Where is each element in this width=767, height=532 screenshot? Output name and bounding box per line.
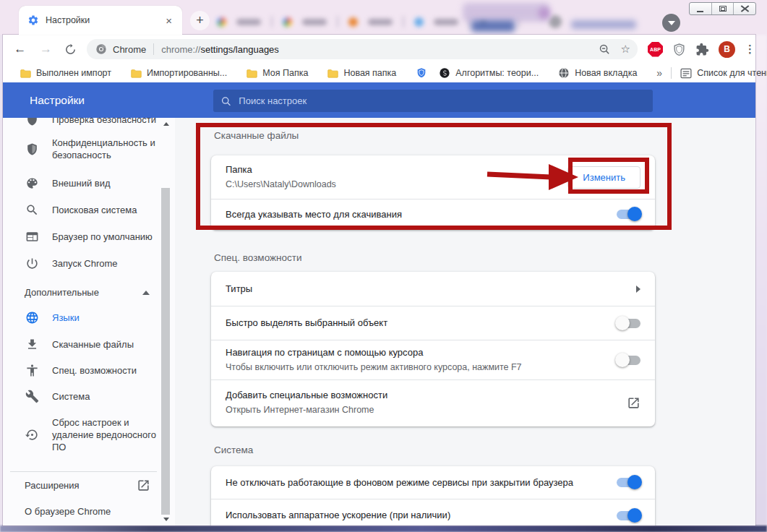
chrome-logo-icon xyxy=(95,43,107,55)
browser-tab-settings[interactable]: Настройки × xyxy=(19,6,182,35)
maximize-button[interactable] xyxy=(711,3,734,14)
caret-browsing-row: Навигация по страницам с помощью курсора… xyxy=(211,340,655,379)
browser-window-icon xyxy=(25,230,39,244)
tab-close-icon[interactable]: × xyxy=(163,14,175,27)
sidebar-scroll-up-icon[interactable] xyxy=(163,122,169,126)
folder-icon xyxy=(327,69,338,78)
blue-shield-icon xyxy=(416,67,427,79)
settings-sidebar: Проверка безопасности Конфиденциальность… xyxy=(3,118,175,525)
globe-favicon-icon xyxy=(558,67,570,79)
adblock-extension-icon[interactable]: ABP xyxy=(648,42,663,57)
sidebar-item-privacy[interactable]: Конфиденциальность и безопасность xyxy=(3,130,158,168)
new-tab-button[interactable]: + xyxy=(190,11,210,30)
minimize-icon xyxy=(697,11,703,12)
dark-circle-icon xyxy=(439,67,450,79)
sidebar-advanced-toggle[interactable]: Дополнительные xyxy=(3,279,158,306)
browser-window: ← → Chrome chrome:// settings/languages … xyxy=(3,35,755,525)
settings-header: Настройки xyxy=(3,82,755,118)
background-apps-toggle[interactable] xyxy=(617,478,640,487)
sidebar-scroll-down-icon[interactable] xyxy=(163,518,169,521)
sidebar-item-about[interactable]: О браузере Chrome xyxy=(3,498,158,525)
settings-search-box[interactable] xyxy=(213,90,653,112)
shield-check-icon xyxy=(25,118,39,126)
browser-menu-icon[interactable]: ⋮ xyxy=(745,43,755,56)
sidebar-item-languages[interactable]: Языки xyxy=(3,304,158,331)
background-edge-blur xyxy=(755,35,767,525)
hardware-acceleration-toggle[interactable] xyxy=(617,511,640,520)
quick-highlight-toggle[interactable] xyxy=(617,319,640,328)
sidebar-item-accessibility[interactable]: Спец. возможности xyxy=(3,357,158,384)
wrench-icon xyxy=(25,390,39,403)
reading-list-button[interactable]: Список для чтения xyxy=(680,68,767,79)
reading-list-icon xyxy=(680,68,692,79)
shield-icon xyxy=(25,142,39,156)
browser-toolbar: ← → Chrome chrome:// settings/languages … xyxy=(3,35,755,64)
bookmarks-bar: Выполнен импорт Импортированны... Моя Па… xyxy=(3,64,755,82)
sidebar-item-extensions[interactable]: Расширения xyxy=(3,472,158,499)
background-apps-row: Не отключать работающие в фоновом режиме… xyxy=(211,466,655,499)
add-accessibility-row[interactable]: Добавить специальные возможности Открыть… xyxy=(211,379,655,425)
folder-icon xyxy=(20,69,31,78)
sidebar-item-downloads[interactable]: Скачанные файлы xyxy=(3,331,158,358)
sidebar-item-reset[interactable]: Сброс настроек и удаление вредоносного П… xyxy=(3,411,158,458)
captions-row[interactable]: Титры xyxy=(211,272,655,306)
sidebar-item-startup[interactable]: Запуск Chrome xyxy=(3,250,158,277)
extensions-puzzle-icon[interactable] xyxy=(695,43,709,56)
window-controls xyxy=(689,2,756,15)
gear-icon xyxy=(27,14,39,26)
background-taskbar-blur xyxy=(0,525,767,532)
tab-search-button[interactable] xyxy=(662,14,680,32)
external-link-icon xyxy=(627,396,640,410)
bookmark-folder[interactable]: Новая папка xyxy=(327,68,396,78)
minimize-button[interactable] xyxy=(690,3,711,14)
extensions-area: ABP B ⋮ xyxy=(648,41,755,58)
bookmark-new-tab[interactable]: Новая вкладка xyxy=(558,67,637,79)
bookmarks-overflow-icon[interactable]: » xyxy=(656,67,662,79)
search-icon xyxy=(25,203,39,217)
caret-browsing-toggle[interactable] xyxy=(617,356,640,365)
sidebar-item-search-engine[interactable]: Поисковая система xyxy=(3,197,158,223)
sidebar-scrollbar-thumb[interactable] xyxy=(161,188,170,515)
system-card: Не отключать работающие в фоновом режиме… xyxy=(211,466,655,525)
url-scheme: chrome:// xyxy=(161,44,200,55)
bookmark-folder[interactable]: Выполнен импорт xyxy=(20,68,111,78)
folder-icon xyxy=(247,69,257,78)
bookmark-shield[interactable] xyxy=(416,67,427,79)
quick-highlight-row: Быстро выделять выбранный объект xyxy=(211,306,655,340)
power-icon xyxy=(25,257,39,270)
settings-title: Настройки xyxy=(30,94,85,107)
reload-button[interactable] xyxy=(59,43,81,56)
sidebar-item-system[interactable]: Система xyxy=(3,383,158,410)
search-icon xyxy=(220,95,231,107)
chevron-right-icon xyxy=(636,286,640,293)
sidebar-item-default-browser[interactable]: Браузер по умолчанию xyxy=(3,223,158,250)
back-button[interactable]: ← xyxy=(10,42,30,56)
bookmarks-divider xyxy=(671,67,672,79)
tab-title: Настройки xyxy=(46,15,163,25)
folder-icon xyxy=(131,69,142,78)
shield-extension-icon[interactable] xyxy=(672,43,686,56)
bookmark-star-icon[interactable]: ☆ xyxy=(621,43,630,56)
globe-icon xyxy=(25,311,39,325)
omnibox[interactable]: Chrome chrome:// settings/languages ☆ xyxy=(87,39,638,59)
omnibox-divider xyxy=(153,43,154,55)
bookmark-folder[interactable]: Моя Папка xyxy=(247,68,308,78)
screenshot: Настройки × + ← → Chrome chrome:// setti… xyxy=(0,0,767,532)
palette-icon xyxy=(25,176,39,190)
accessibility-card: Титры Быстро выделять выбранный объект Н… xyxy=(211,272,655,426)
profile-avatar[interactable]: B xyxy=(719,41,735,58)
chevron-down-icon xyxy=(668,21,675,25)
chevron-up-icon xyxy=(142,291,150,295)
forward-button[interactable]: → xyxy=(36,42,56,56)
sidebar-item-appearance[interactable]: Внешний вид xyxy=(3,170,158,197)
omnibox-site-name: Chrome xyxy=(113,44,146,55)
bookmark-algorithms[interactable]: Алгоритмы: теори... xyxy=(439,67,539,79)
bookmark-folder[interactable]: Импортированны... xyxy=(131,68,227,78)
reload-icon xyxy=(64,43,77,56)
close-icon xyxy=(741,6,749,12)
zoom-out-icon[interactable] xyxy=(599,43,611,56)
close-button[interactable] xyxy=(733,3,755,14)
settings-search-input[interactable] xyxy=(239,95,646,106)
annotation-arrow xyxy=(481,163,580,191)
external-link-icon xyxy=(137,479,150,492)
